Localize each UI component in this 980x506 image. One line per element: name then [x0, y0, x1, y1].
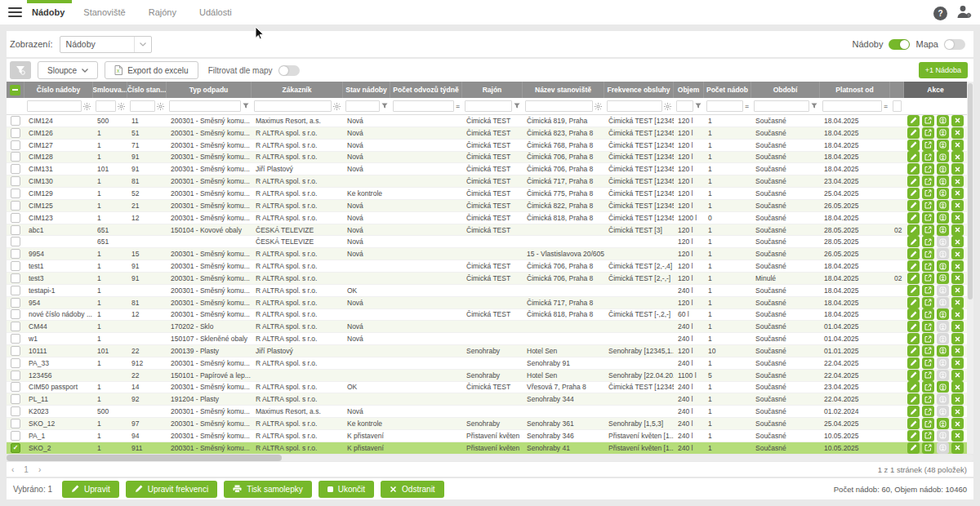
table-row[interactable]: CIM128191200301 - Směsný komu...R ALTRA … [7, 152, 973, 164]
passport-row-button[interactable] [937, 188, 949, 199]
passport-row-button[interactable] [937, 175, 949, 187]
open-row-button[interactable] [922, 345, 934, 357]
passport-row-button[interactable] [937, 418, 949, 429]
table-row[interactable]: CIM13110191200301 - Směsný komu...Jiří P… [7, 163, 973, 175]
filter-input-objem[interactable] [676, 100, 693, 112]
row-checkbox[interactable] [11, 128, 20, 138]
table-row[interactable]: nové číslo nádoby ...112200301 - Směsný … [7, 309, 973, 322]
open-row-button[interactable] [922, 273, 934, 284]
edit-row-button[interactable] [907, 200, 920, 211]
edit-row-button[interactable] [907, 175, 920, 187]
column-header-nazev[interactable]: Název stanoviště [523, 82, 604, 98]
open-row-button[interactable] [922, 200, 934, 211]
next-page-button[interactable]: › [33, 465, 46, 474]
column-header-rajon[interactable]: Rajón [462, 82, 523, 98]
column-header-stan[interactable]: Číslo stan... [127, 82, 167, 98]
filter-input-obdobi[interactable] [754, 100, 809, 112]
remove-row-button[interactable] [951, 273, 964, 284]
row-checkbox[interactable] [11, 419, 20, 428]
passport-row-button[interactable] [937, 333, 949, 344]
tab-rajony[interactable]: Rajóny [137, 0, 188, 24]
row-checkbox[interactable]: ✓ [11, 443, 20, 453]
edit-row-button[interactable] [907, 127, 920, 139]
remove-row-button[interactable] [951, 151, 964, 162]
row-checkbox[interactable] [11, 164, 20, 174]
table-row[interactable]: test3191200301 - Směsný komu...R ALTRA s… [7, 273, 973, 285]
passport-row-button[interactable] [937, 140, 949, 151]
passport-row-button[interactable] [937, 370, 949, 381]
passport-row-button[interactable] [937, 260, 949, 272]
clear-filters-button[interactable] [10, 61, 31, 79]
edit-row-button[interactable] [907, 345, 920, 357]
open-row-button[interactable] [922, 127, 934, 139]
row-checkbox[interactable] [11, 406, 20, 416]
row-checkbox[interactable] [11, 431, 20, 441]
row-checkbox[interactable] [11, 382, 20, 392]
open-row-button[interactable] [922, 151, 934, 162]
row-checkbox[interactable] [11, 358, 20, 368]
row-checkbox[interactable] [11, 371, 20, 380]
row-checkbox[interactable] [11, 116, 20, 126]
open-row-button[interactable] [922, 163, 934, 175]
open-row-button[interactable] [922, 430, 934, 442]
table-row[interactable]: CIM12450011200301 - Směsný komu...Maximu… [7, 115, 973, 127]
remove-row-button[interactable] [951, 333, 964, 344]
remove-row-button[interactable] [951, 406, 964, 417]
prev-page-button[interactable]: ‹ [7, 465, 19, 474]
open-row-button[interactable] [922, 236, 934, 247]
edit-row-button[interactable] [907, 430, 920, 442]
remove-row-button[interactable] [951, 163, 964, 175]
remove-row-button[interactable] [951, 175, 964, 187]
row-checkbox[interactable] [11, 249, 20, 259]
row-checkbox[interactable] [11, 286, 20, 295]
open-row-button[interactable] [922, 442, 934, 454]
filter-by-map-toggle[interactable] [278, 65, 300, 76]
view-dropdown[interactable]: Nádoby [60, 36, 152, 53]
row-checkbox[interactable] [11, 225, 20, 235]
help-icon[interactable]: ? [933, 7, 947, 20]
table-row[interactable]: 954181200301 - Směsný komu...R ALTRA spo… [7, 297, 973, 309]
edit-row-button[interactable] [907, 212, 920, 224]
passport-row-button[interactable] [937, 285, 949, 296]
remove-row-button[interactable] [951, 308, 964, 320]
open-row-button[interactable] [922, 321, 934, 332]
passport-row-button[interactable] [937, 345, 949, 357]
table-row[interactable]: CIM50 passport114200301 - Směsný komu...… [7, 382, 973, 394]
open-row-button[interactable] [922, 224, 934, 236]
open-row-button[interactable] [922, 260, 934, 272]
table-row[interactable]: ✓SKO_21911200301 - Směsný komu...R ALTRA… [7, 442, 973, 454]
select-all-checkbox[interactable] [10, 85, 20, 95]
open-row-button[interactable] [922, 140, 934, 151]
edit-row-button[interactable] [907, 381, 920, 393]
remove-row-button[interactable] [951, 370, 964, 381]
column-header-stav[interactable]: Stav nádoby [343, 82, 390, 98]
edit-row-button[interactable] [907, 297, 920, 308]
export-excel-button[interactable]: x Export do excelu [105, 61, 198, 79]
edit-row-button[interactable] [907, 418, 920, 429]
edit-row-button[interactable] [907, 188, 920, 199]
add-container-button[interactable]: +1 Nádoba [919, 62, 968, 78]
table-row[interactable]: 651ČESKÁ TELEVIZENová120 l1Současné28.05… [7, 236, 973, 248]
table-row[interactable]: CIM127171200301 - Směsný komu...R ALTRA … [7, 140, 973, 152]
terminate-button[interactable]: Ukončit [318, 481, 374, 498]
remove-row-button[interactable] [951, 381, 964, 393]
passport-row-button[interactable] [937, 406, 949, 417]
open-row-button[interactable] [922, 370, 934, 381]
edit-row-button[interactable] [907, 236, 920, 247]
open-row-button[interactable] [922, 175, 934, 187]
remove-row-button[interactable] [951, 115, 964, 126]
passport-row-button[interactable] [937, 115, 949, 126]
edit-row-button[interactable] [907, 273, 920, 284]
table-row[interactable]: CIM126151200301 - Směsný komu...R ALTRA … [7, 127, 973, 140]
edit-button[interactable]: Upravit [62, 481, 119, 498]
containers-toggle[interactable] [889, 39, 910, 50]
table-row[interactable]: testapi-11200301 - Směsný komu...R ALTRA… [7, 285, 973, 297]
edit-row-button[interactable] [907, 370, 920, 381]
remove-row-button[interactable] [951, 224, 964, 236]
remove-row-button[interactable] [951, 345, 964, 357]
row-checkbox[interactable] [11, 346, 20, 356]
row-checkbox[interactable] [11, 213, 20, 223]
row-checkbox[interactable] [11, 261, 20, 271]
open-row-button[interactable] [922, 115, 934, 126]
filter-input-nazev[interactable] [525, 100, 593, 112]
